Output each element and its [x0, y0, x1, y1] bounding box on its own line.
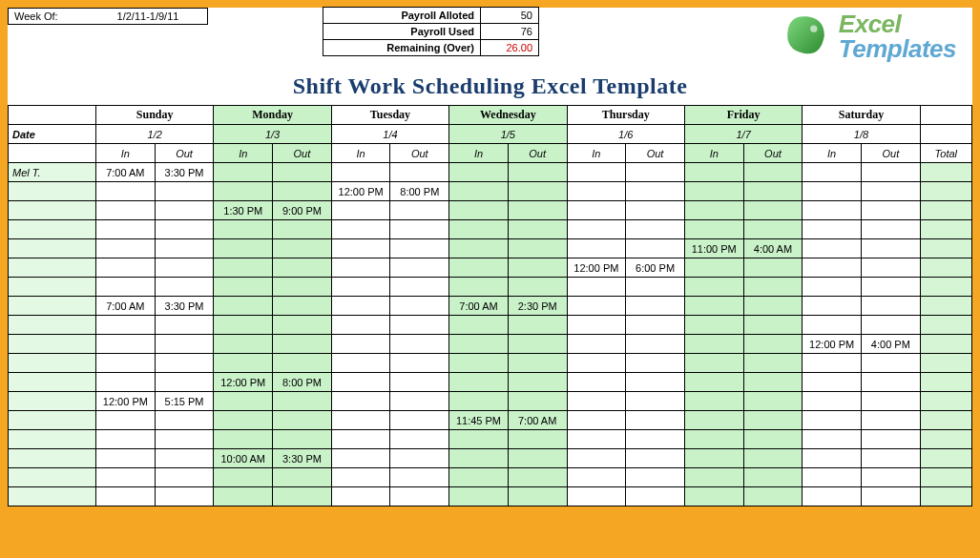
out-cell[interactable]: 2:30 PM	[508, 297, 567, 316]
out-cell[interactable]	[390, 354, 449, 373]
out-cell[interactable]	[155, 373, 214, 392]
in-cell[interactable]	[331, 335, 390, 354]
out-cell[interactable]	[390, 201, 449, 220]
out-cell[interactable]	[862, 354, 921, 373]
out-cell[interactable]	[508, 182, 567, 201]
out-cell[interactable]	[273, 163, 332, 182]
in-cell[interactable]: 1:30 PM	[214, 201, 273, 220]
in-cell[interactable]	[567, 316, 626, 335]
in-cell[interactable]	[684, 411, 743, 430]
out-cell[interactable]	[155, 430, 214, 449]
in-cell[interactable]	[803, 430, 862, 449]
in-cell[interactable]	[214, 239, 273, 258]
employee-name-cell[interactable]	[9, 449, 96, 468]
in-cell[interactable]	[803, 220, 862, 239]
in-cell[interactable]	[567, 182, 626, 201]
in-cell[interactable]	[96, 278, 156, 297]
out-cell[interactable]	[862, 220, 921, 239]
in-cell[interactable]	[96, 201, 156, 220]
date-4[interactable]: 1/6	[567, 125, 684, 144]
out-cell[interactable]	[862, 258, 921, 278]
out-cell[interactable]	[390, 258, 449, 278]
in-cell[interactable]	[331, 316, 390, 335]
in-cell[interactable]: 7:00 AM	[96, 297, 156, 316]
out-cell[interactable]	[508, 487, 567, 506]
in-cell[interactable]	[214, 278, 273, 297]
in-cell[interactable]	[684, 373, 743, 392]
in-cell[interactable]	[449, 468, 509, 487]
in-cell[interactable]	[567, 278, 626, 297]
in-cell[interactable]	[803, 354, 862, 373]
out-cell[interactable]	[273, 258, 332, 278]
in-cell[interactable]	[803, 201, 862, 220]
in-cell[interactable]	[331, 163, 390, 182]
in-cell[interactable]	[684, 354, 743, 373]
out-cell[interactable]: 9:00 PM	[273, 201, 332, 220]
in-cell[interactable]	[567, 220, 626, 239]
in-cell[interactable]	[214, 411, 273, 430]
out-cell[interactable]	[862, 468, 921, 487]
out-cell[interactable]: 3:30 PM	[155, 163, 214, 182]
in-cell[interactable]	[803, 278, 862, 297]
out-cell[interactable]	[743, 392, 803, 411]
in-cell[interactable]	[567, 392, 626, 411]
out-cell[interactable]	[743, 468, 803, 487]
out-cell[interactable]	[862, 297, 921, 316]
in-cell[interactable]	[214, 487, 273, 506]
in-cell[interactable]: 12:00 PM	[96, 392, 156, 411]
out-cell[interactable]	[626, 449, 685, 468]
out-cell[interactable]: 4:00 AM	[743, 239, 803, 258]
out-cell[interactable]	[273, 335, 332, 354]
out-cell[interactable]	[508, 449, 567, 468]
out-cell[interactable]	[155, 449, 214, 468]
out-cell[interactable]	[390, 449, 449, 468]
in-cell[interactable]	[684, 220, 743, 239]
in-cell[interactable]	[96, 335, 156, 354]
in-cell[interactable]	[331, 392, 390, 411]
in-cell[interactable]	[684, 297, 743, 316]
in-cell[interactable]	[803, 163, 862, 182]
out-cell[interactable]	[743, 430, 803, 449]
in-cell[interactable]: 12:00 PM	[331, 182, 390, 201]
out-cell[interactable]	[626, 201, 685, 220]
out-cell[interactable]	[155, 239, 214, 258]
out-cell[interactable]	[743, 220, 803, 239]
in-cell[interactable]	[449, 373, 509, 392]
out-cell[interactable]	[743, 316, 803, 335]
in-cell[interactable]	[803, 449, 862, 468]
out-cell[interactable]	[862, 201, 921, 220]
in-cell[interactable]	[567, 468, 626, 487]
out-cell[interactable]	[862, 239, 921, 258]
out-cell[interactable]	[273, 468, 332, 487]
in-cell[interactable]	[331, 487, 390, 506]
in-cell[interactable]	[684, 487, 743, 506]
out-cell[interactable]	[390, 411, 449, 430]
in-cell[interactable]	[803, 182, 862, 201]
out-cell[interactable]	[390, 278, 449, 297]
out-cell[interactable]	[390, 297, 449, 316]
in-cell[interactable]	[684, 258, 743, 278]
out-cell[interactable]: 5:15 PM	[155, 392, 214, 411]
in-cell[interactable]	[684, 316, 743, 335]
employee-name-cell[interactable]	[9, 411, 96, 430]
payroll-alloted-value[interactable]: 50	[481, 8, 538, 23]
in-cell[interactable]: 11:00 PM	[684, 239, 743, 258]
in-cell[interactable]	[96, 239, 156, 258]
in-cell[interactable]	[449, 278, 509, 297]
out-cell[interactable]	[390, 220, 449, 239]
in-cell[interactable]	[684, 335, 743, 354]
out-cell[interactable]	[508, 201, 567, 220]
employee-name-cell[interactable]	[9, 392, 96, 411]
employee-name-cell[interactable]	[9, 239, 96, 258]
out-cell[interactable]	[390, 487, 449, 506]
in-cell[interactable]	[684, 201, 743, 220]
employee-name-cell[interactable]	[9, 487, 96, 506]
in-cell[interactable]	[214, 392, 273, 411]
out-cell[interactable]	[155, 220, 214, 239]
employee-name-cell[interactable]	[9, 373, 96, 392]
out-cell[interactable]	[626, 182, 685, 201]
date-6[interactable]: 1/8	[803, 125, 920, 144]
out-cell[interactable]	[155, 468, 214, 487]
in-cell[interactable]	[96, 430, 156, 449]
in-cell[interactable]	[331, 354, 390, 373]
